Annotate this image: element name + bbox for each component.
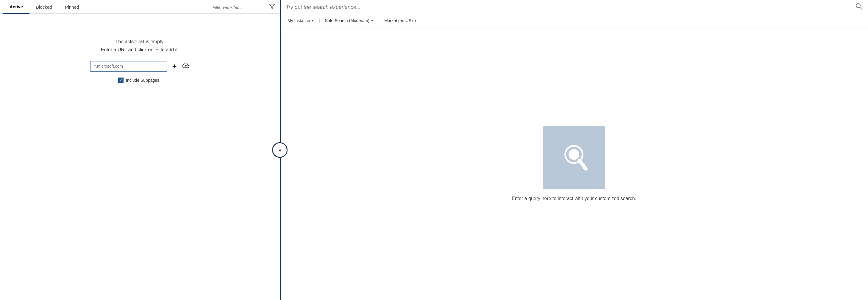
tab-blocked-label: Blocked [36,4,52,9]
tab-active[interactable]: Active [3,0,29,14]
search-illustration [542,126,605,189]
right-panel: My Instance ▼ | Safe Search (Moderate) ▼… [280,0,868,300]
svg-line-2 [860,7,862,9]
cloud-upload-button[interactable] [182,63,190,70]
filter-input[interactable] [213,5,266,10]
tab-active-label: Active [9,4,23,9]
checkmark-icon: ✓ [119,78,122,82]
search-bar-container [280,0,868,14]
safesearch-dropdown[interactable]: Safe Search (Moderate) ▼ [323,17,375,24]
search-bar-input[interactable] [286,4,852,10]
instance-chevron-icon: ▼ [311,19,314,22]
subpages-row: ✓ Include Subpages [118,78,159,83]
empty-line1: The active list is empty. [101,37,179,46]
separator-2: | [378,18,379,23]
market-dropdown[interactable]: Market (en-US) ▼ [382,17,419,24]
double-chevron-icon: » [278,147,281,153]
safesearch-chevron-icon: ▼ [371,19,374,22]
svg-point-8 [570,150,578,159]
include-subpages-checkbox[interactable]: ✓ [118,78,124,83]
instance-dropdown[interactable]: My Instance ▼ [286,17,316,24]
svg-line-7 [579,160,586,169]
instance-dropdown-label: My Instance [287,18,310,23]
tab-pinned-label: Pinned [65,4,79,9]
left-panel: Active Blocked Pinned [0,0,280,300]
separator-1: | [319,18,320,23]
market-dropdown-label: Market (en-US) [384,18,413,23]
filter-icon [269,4,275,11]
subpages-label: Include Subpages [126,78,159,83]
preview-text: Enter a query here to interact with your… [512,196,636,201]
empty-line2: Enter a URL and click on '+' to add it. [101,46,179,54]
market-chevron-icon: ▼ [414,19,417,22]
tabs-bar: Active Blocked Pinned [0,0,280,14]
safesearch-dropdown-label: Safe Search (Moderate) [325,18,369,23]
url-row: + [90,61,190,72]
main-content-area: The active list is empty. Enter a URL an… [0,14,280,300]
preview-area: Enter a query here to interact with your… [280,27,868,300]
tab-blocked[interactable]: Blocked [29,0,58,13]
collapse-expand-button[interactable]: » [272,142,287,158]
search-button[interactable] [856,3,862,11]
dropdowns-row: My Instance ▼ | Safe Search (Moderate) ▼… [280,14,868,27]
url-input[interactable] [90,61,167,72]
tab-pinned[interactable]: Pinned [58,0,86,13]
add-url-button[interactable]: + [171,62,178,70]
svg-marker-0 [269,4,275,9]
filter-area [208,1,280,13]
empty-message: The active list is empty. Enter a URL an… [101,37,179,54]
